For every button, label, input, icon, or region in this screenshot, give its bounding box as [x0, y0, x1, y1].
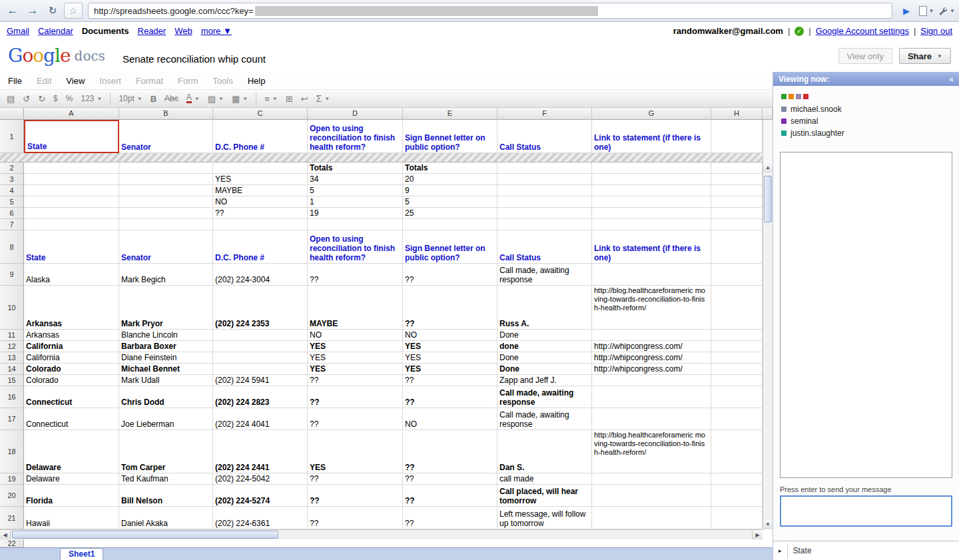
cell-B13[interactable]: Diane Feinstein: [119, 352, 213, 364]
cell-G18[interactable]: http://blog.healthcareforameric moving-t…: [592, 430, 711, 473]
cell-F1[interactable]: Call Status: [497, 120, 592, 153]
cell-G7[interactable]: [592, 219, 711, 230]
chat-message-input[interactable]: [780, 495, 952, 527]
cell-C7[interactable]: [213, 219, 308, 230]
cell-E1[interactable]: Sign Bennet letter on public option?: [403, 120, 497, 153]
cell-C1[interactable]: D.C. Phone #: [213, 120, 308, 153]
cell-C5[interactable]: NO: [213, 196, 308, 208]
cell-C21[interactable]: (202) 224-6361: [213, 507, 308, 529]
cell-H14[interactable]: [711, 364, 763, 375]
borders-menu[interactable]: ▦▼: [232, 94, 248, 104]
menu-view[interactable]: View: [66, 76, 85, 86]
scroll-down-arrow[interactable]: ▼: [763, 519, 773, 529]
cell-F21[interactable]: Left message, will follow up tomorrow: [497, 507, 592, 529]
cell-H6[interactable]: [711, 208, 763, 219]
cell-C16[interactable]: (202) 224 2823: [213, 386, 308, 408]
cell-H7[interactable]: [711, 219, 763, 230]
cell-H13[interactable]: [711, 352, 763, 364]
cell-G12[interactable]: http://whipcongress.com/: [592, 341, 711, 352]
cell-D9[interactable]: ??: [308, 264, 403, 286]
cell-B8[interactable]: Senator: [119, 230, 213, 264]
cell-G8[interactable]: Link to statement (if there is one): [592, 230, 711, 264]
cell-A6[interactable]: [24, 208, 119, 219]
cell-A2[interactable]: [24, 162, 119, 174]
cell-E18[interactable]: ??: [403, 430, 497, 473]
cell-D21[interactable]: ??: [308, 507, 403, 529]
cell-C20[interactable]: (202) 224-5274: [213, 485, 308, 507]
cell-A16[interactable]: Connecticut: [24, 386, 119, 408]
cell-F8[interactable]: Call Status: [497, 230, 592, 264]
scroll-left-arrow[interactable]: ◀: [0, 530, 11, 539]
google-bar-link-reader[interactable]: Reader: [138, 26, 166, 36]
google-bar-link-documents[interactable]: Documents: [82, 26, 129, 36]
cell-C11[interactable]: [213, 330, 308, 341]
column-header-G[interactable]: G: [592, 108, 711, 120]
cell-H4[interactable]: [711, 185, 763, 196]
cell-C15[interactable]: (202) 224 5941: [213, 375, 308, 386]
cell-B15[interactable]: Mark Udall: [119, 375, 213, 386]
cell-G5[interactable]: [592, 196, 711, 208]
text-color-menu[interactable]: A▼: [186, 94, 200, 103]
google-bar-link-web[interactable]: Web: [174, 26, 192, 36]
cell-A15[interactable]: Colorado: [24, 375, 119, 386]
collapse-sidebar-icon[interactable]: «: [949, 75, 954, 84]
cell-F5[interactable]: [497, 196, 592, 208]
cell-A19[interactable]: Delaware: [24, 473, 119, 485]
column-header-A[interactable]: A: [24, 108, 119, 120]
cell-D6[interactable]: 19: [308, 208, 403, 219]
cell-A8[interactable]: State: [24, 230, 119, 264]
cell-D13[interactable]: YES: [308, 352, 403, 364]
horizontal-scrollbar[interactable]: ◀ ▶: [0, 529, 763, 539]
cell-F7[interactable]: [497, 219, 592, 230]
cell-E19[interactable]: ??: [403, 473, 497, 485]
cell-E5[interactable]: 5: [403, 196, 497, 208]
cell-D10[interactable]: MAYBE: [308, 286, 403, 330]
cell-C14[interactable]: [213, 364, 308, 375]
select-all-corner[interactable]: [0, 108, 24, 120]
google-bar-link-gmail[interactable]: Gmail: [7, 26, 29, 36]
cell-D1[interactable]: Open to using reconciliation to finish h…: [308, 120, 403, 153]
cell-F15[interactable]: Zapp and Jeff J.: [497, 375, 592, 386]
cell-F6[interactable]: [497, 208, 592, 219]
column-header-H[interactable]: H: [711, 108, 763, 120]
cell-D16[interactable]: ??: [308, 386, 403, 408]
sign-out-link[interactable]: Sign out: [920, 26, 952, 36]
cell-F4[interactable]: [497, 185, 592, 196]
vertical-scrollbar[interactable]: ▲ ▼: [763, 162, 773, 529]
cell-F13[interactable]: Done: [497, 352, 592, 364]
cell-D18[interactable]: YES: [308, 430, 403, 473]
cell-E6[interactable]: 25: [403, 208, 497, 219]
cell-F16[interactable]: Call made, awaiting response: [497, 386, 592, 408]
row-header-11[interactable]: 11: [0, 330, 24, 341]
cell-B16[interactable]: Chris Dodd: [119, 386, 213, 408]
bookmark-star-icon[interactable]: ☆: [64, 3, 83, 19]
cell-A3[interactable]: [24, 174, 119, 185]
cell-D7[interactable]: [308, 219, 403, 230]
cell-D11[interactable]: NO: [308, 330, 403, 341]
cell-B7[interactable]: [119, 219, 213, 230]
cell-G21[interactable]: [592, 507, 711, 529]
viewing-now-header[interactable]: Viewing now: «: [773, 72, 959, 86]
column-header-F[interactable]: F: [497, 108, 592, 120]
cell-E21[interactable]: ??: [403, 507, 497, 529]
row-header-20[interactable]: 20: [0, 485, 24, 507]
cell-F9[interactable]: Call made, awaiting response: [497, 264, 592, 286]
cell-E16[interactable]: ??: [403, 386, 497, 408]
row-header-22[interactable]: 22: [0, 539, 24, 547]
cell-G17[interactable]: [592, 408, 711, 430]
cell-H18[interactable]: [711, 430, 763, 473]
cell-A14[interactable]: Colorado: [24, 364, 119, 375]
cell-E10[interactable]: ??: [403, 286, 497, 330]
cell-C3[interactable]: YES: [213, 174, 308, 185]
google-bar-link-calendar[interactable]: Calendar: [38, 26, 73, 36]
cell-B6[interactable]: [119, 208, 213, 219]
cell-D20[interactable]: ??: [308, 485, 403, 507]
cell-H16[interactable]: [711, 386, 763, 408]
cell-E4[interactable]: 9: [403, 185, 497, 196]
cell-G15[interactable]: [592, 375, 711, 386]
cell-E20[interactable]: ??: [403, 485, 497, 507]
cell-G11[interactable]: [592, 330, 711, 341]
column-header-D[interactable]: D: [308, 108, 403, 120]
format-currency-button[interactable]: $: [53, 94, 58, 103]
cell-B3[interactable]: [119, 174, 213, 185]
